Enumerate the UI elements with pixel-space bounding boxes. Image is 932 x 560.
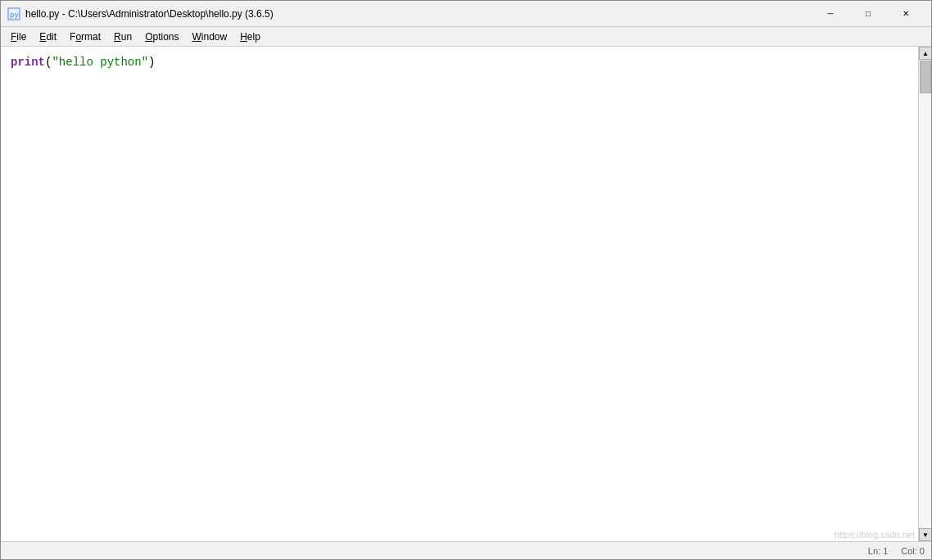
menu-run[interactable]: Run xyxy=(107,29,138,44)
window-title: hello.py - C:\Users\Administrator\Deskto… xyxy=(25,8,812,20)
scroll-up-button[interactable]: ▲ xyxy=(919,47,931,60)
line-number: Ln: 1 xyxy=(868,546,888,556)
maximize-button[interactable]: □ xyxy=(849,1,887,27)
menu-edit[interactable]: Edit xyxy=(33,29,63,44)
svg-text:py: py xyxy=(10,11,19,19)
col-number: Col: 0 xyxy=(901,546,925,556)
code-editor[interactable]: print("hello python") xyxy=(1,47,918,541)
code-line-1: print("hello python") xyxy=(11,53,908,71)
close-button[interactable]: ✕ xyxy=(887,1,925,27)
scroll-thumb[interactable] xyxy=(920,61,931,93)
menu-window[interactable]: Window xyxy=(186,29,234,44)
keyword-print: print xyxy=(11,56,45,69)
menu-format[interactable]: Format xyxy=(63,29,107,44)
window-controls: ─ □ ✕ xyxy=(812,1,925,27)
minimize-button[interactable]: ─ xyxy=(812,1,849,27)
menu-file[interactable]: File xyxy=(4,29,33,44)
scrollbar-vertical[interactable]: ▲ ▼ xyxy=(918,47,931,541)
status-bar: Ln: 1 Col: 0 xyxy=(1,541,931,559)
scroll-track[interactable] xyxy=(919,60,931,528)
app-icon: py xyxy=(7,7,20,20)
main-window: py hello.py - C:\Users\Administrator\Des… xyxy=(0,0,932,560)
menu-help[interactable]: Help xyxy=(233,29,267,44)
editor-area: print("hello python") ▲ ▼ https://blog.c… xyxy=(1,47,931,541)
string-value: "hello python" xyxy=(52,56,148,69)
title-bar: py hello.py - C:\Users\Administrator\Des… xyxy=(1,1,931,27)
scroll-down-button[interactable]: ▼ xyxy=(919,528,931,541)
menu-bar: File Edit Format Run Options Window Help xyxy=(1,27,931,47)
paren-close: ) xyxy=(148,56,155,69)
menu-options[interactable]: Options xyxy=(138,29,185,44)
